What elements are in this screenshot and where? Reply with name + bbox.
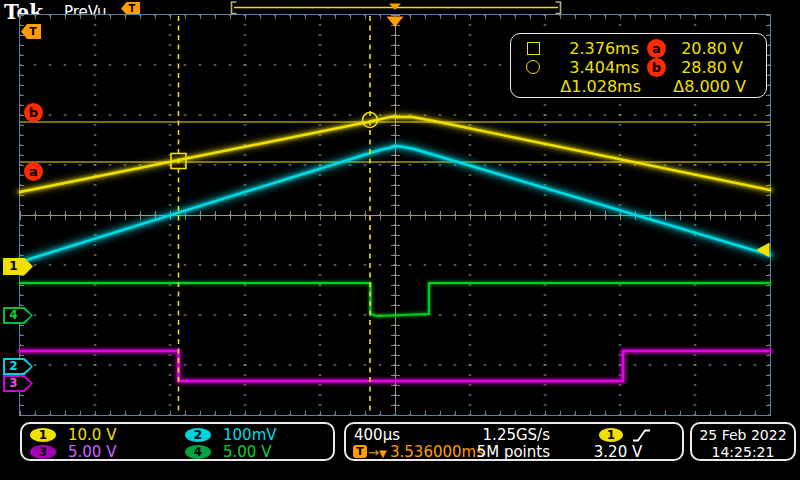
cursor-a-time: 2.376ms	[541, 39, 639, 58]
channel1-ground-marker[interactable]: 1	[3, 258, 33, 275]
graticule-bottom-ticks	[20, 411, 770, 415]
cursor-b-volt: 28.80 V	[669, 58, 743, 77]
channel1-ground-label: 1	[3, 258, 33, 275]
channel3-scale: 5.00 V	[68, 444, 116, 461]
horizontal-trigger-box[interactable]: 400µs 1.25GS/s T → ▼ 3.536000ms 5M point…	[344, 422, 684, 461]
graticule-top-ticks	[20, 15, 770, 19]
channel1-badge[interactable]: 1	[30, 428, 56, 442]
trigger-arrow-icon: →	[368, 444, 379, 461]
graticule-center-vticks	[391, 15, 400, 415]
time-label: 14:25:21	[692, 444, 794, 461]
trigger-source-badge[interactable]: 1	[599, 428, 623, 442]
channel4-scale: 5.00 V	[223, 444, 271, 461]
inspector-right-bracket[interactable]	[556, 2, 561, 14]
channel2-badge[interactable]: 2	[185, 428, 211, 442]
datetime-box: 25 Feb 2022 14:25:21	[690, 422, 796, 461]
channel4-ground-label: 4	[3, 307, 33, 324]
cursor-readout-box: 2.376ms a 20.80 V 3.404ms b 28.80 V Δ1.0…	[510, 33, 767, 98]
channel2-scale: 100mV	[223, 427, 277, 444]
cursor-a-square-icon	[527, 42, 540, 55]
record-length: 5M points	[442, 444, 550, 461]
channel1-scale: 10.0 V	[68, 427, 116, 444]
channel4-ground-marker[interactable]: 4	[3, 307, 33, 324]
channel-scales-box[interactable]: 1 10.0 V 2 100mV 3 5.00 V 4 5.00 V	[20, 422, 335, 461]
cursor-b-badge: b	[647, 58, 666, 77]
channel3-badge[interactable]: 3	[30, 445, 56, 459]
cursor-b-level-badge: b	[24, 103, 43, 122]
trigger-t-icon: T	[353, 445, 367, 458]
trigger-tri-icon: ▼	[379, 445, 387, 462]
cursor-a-level-badge: a	[24, 162, 43, 181]
channel4-badge[interactable]: 4	[185, 445, 211, 459]
channel2-ground-label: 2	[3, 358, 33, 375]
cursor-delta-time: Δ1.028ms	[541, 77, 641, 96]
trigger-level: 3.20 V	[586, 444, 650, 461]
cursor-b-circle-icon	[526, 60, 540, 74]
sample-rate: 1.25GS/s	[442, 427, 550, 444]
inspector-left-bracket[interactable]	[232, 2, 237, 14]
channel2-ground-marker[interactable]: 2	[3, 358, 33, 375]
timebase-scale: 400µs	[354, 427, 400, 444]
cursor-delta-volt: Δ8.000 V	[666, 77, 746, 96]
cursor-a-badge: a	[647, 39, 666, 58]
date-label: 25 Feb 2022	[692, 427, 794, 444]
channel3-ground-label: 3	[3, 375, 33, 392]
graticule-left-ticks	[20, 15, 24, 415]
cursor-a-volt: 20.80 V	[669, 39, 743, 58]
oscilloscope-screen: Tek PreVu T T b a 1 4 2 3	[0, 0, 800, 480]
inspector-trigger-tri-icon[interactable]	[389, 4, 401, 11]
channel3-ground-marker[interactable]: 3	[3, 375, 33, 392]
cursor-b-time: 3.404ms	[541, 58, 639, 77]
trigger-slope-icon	[632, 428, 652, 443]
